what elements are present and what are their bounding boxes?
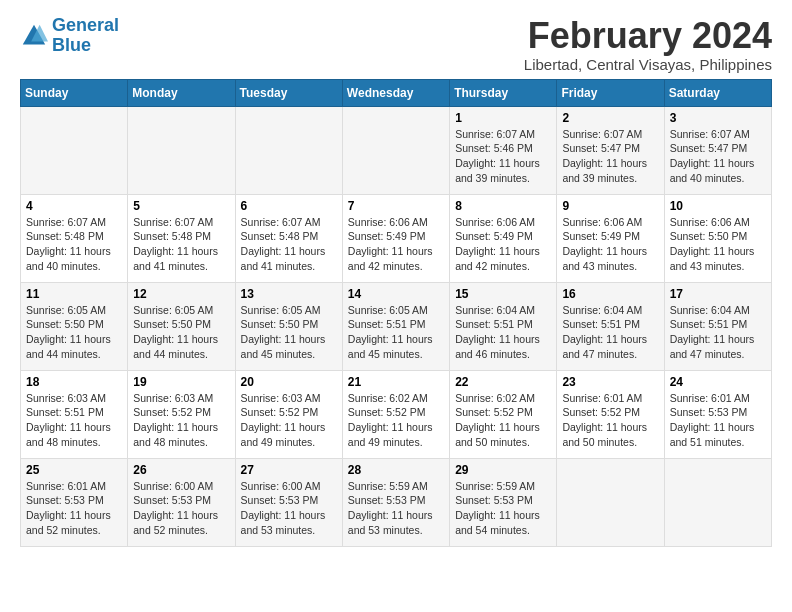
day-number: 3 bbox=[670, 111, 766, 125]
calendar-cell: 12Sunrise: 6:05 AM Sunset: 5:50 PM Dayli… bbox=[128, 282, 235, 370]
calendar-cell: 21Sunrise: 6:02 AM Sunset: 5:52 PM Dayli… bbox=[342, 370, 449, 458]
weekday-header-tuesday: Tuesday bbox=[235, 79, 342, 106]
day-number: 4 bbox=[26, 199, 122, 213]
title-area: February 2024 Libertad, Central Visayas,… bbox=[524, 16, 772, 73]
day-info: Sunrise: 6:06 AM Sunset: 5:49 PM Dayligh… bbox=[562, 215, 658, 274]
day-info: Sunrise: 6:05 AM Sunset: 5:50 PM Dayligh… bbox=[26, 303, 122, 362]
day-info: Sunrise: 6:03 AM Sunset: 5:52 PM Dayligh… bbox=[133, 391, 229, 450]
day-info: Sunrise: 6:05 AM Sunset: 5:50 PM Dayligh… bbox=[241, 303, 337, 362]
calendar-cell: 24Sunrise: 6:01 AM Sunset: 5:53 PM Dayli… bbox=[664, 370, 771, 458]
day-number: 19 bbox=[133, 375, 229, 389]
calendar-cell: 18Sunrise: 6:03 AM Sunset: 5:51 PM Dayli… bbox=[21, 370, 128, 458]
day-info: Sunrise: 6:05 AM Sunset: 5:51 PM Dayligh… bbox=[348, 303, 444, 362]
day-info: Sunrise: 6:00 AM Sunset: 5:53 PM Dayligh… bbox=[241, 479, 337, 538]
calendar-week-row: 18Sunrise: 6:03 AM Sunset: 5:51 PM Dayli… bbox=[21, 370, 772, 458]
calendar-cell bbox=[664, 458, 771, 546]
weekday-header-sunday: Sunday bbox=[21, 79, 128, 106]
calendar-cell: 5Sunrise: 6:07 AM Sunset: 5:48 PM Daylig… bbox=[128, 194, 235, 282]
day-info: Sunrise: 6:02 AM Sunset: 5:52 PM Dayligh… bbox=[348, 391, 444, 450]
day-info: Sunrise: 6:03 AM Sunset: 5:52 PM Dayligh… bbox=[241, 391, 337, 450]
day-info: Sunrise: 6:07 AM Sunset: 5:47 PM Dayligh… bbox=[562, 127, 658, 186]
calendar-table: SundayMondayTuesdayWednesdayThursdayFrid… bbox=[20, 79, 772, 547]
day-info: Sunrise: 6:02 AM Sunset: 5:52 PM Dayligh… bbox=[455, 391, 551, 450]
calendar-cell bbox=[342, 106, 449, 194]
day-number: 13 bbox=[241, 287, 337, 301]
calendar-cell: 27Sunrise: 6:00 AM Sunset: 5:53 PM Dayli… bbox=[235, 458, 342, 546]
day-info: Sunrise: 6:06 AM Sunset: 5:49 PM Dayligh… bbox=[455, 215, 551, 274]
day-number: 26 bbox=[133, 463, 229, 477]
calendar-week-row: 4Sunrise: 6:07 AM Sunset: 5:48 PM Daylig… bbox=[21, 194, 772, 282]
calendar-cell: 13Sunrise: 6:05 AM Sunset: 5:50 PM Dayli… bbox=[235, 282, 342, 370]
day-number: 23 bbox=[562, 375, 658, 389]
day-number: 20 bbox=[241, 375, 337, 389]
weekday-header-row: SundayMondayTuesdayWednesdayThursdayFrid… bbox=[21, 79, 772, 106]
calendar-cell: 6Sunrise: 6:07 AM Sunset: 5:48 PM Daylig… bbox=[235, 194, 342, 282]
logo-line1: General bbox=[52, 15, 119, 35]
day-number: 8 bbox=[455, 199, 551, 213]
day-number: 10 bbox=[670, 199, 766, 213]
day-number: 5 bbox=[133, 199, 229, 213]
day-info: Sunrise: 6:07 AM Sunset: 5:48 PM Dayligh… bbox=[133, 215, 229, 274]
day-number: 1 bbox=[455, 111, 551, 125]
day-info: Sunrise: 6:04 AM Sunset: 5:51 PM Dayligh… bbox=[670, 303, 766, 362]
calendar-cell: 8Sunrise: 6:06 AM Sunset: 5:49 PM Daylig… bbox=[450, 194, 557, 282]
day-number: 25 bbox=[26, 463, 122, 477]
day-number: 2 bbox=[562, 111, 658, 125]
weekday-header-wednesday: Wednesday bbox=[342, 79, 449, 106]
calendar-cell: 7Sunrise: 6:06 AM Sunset: 5:49 PM Daylig… bbox=[342, 194, 449, 282]
day-info: Sunrise: 6:04 AM Sunset: 5:51 PM Dayligh… bbox=[455, 303, 551, 362]
calendar-cell: 4Sunrise: 6:07 AM Sunset: 5:48 PM Daylig… bbox=[21, 194, 128, 282]
month-title: February 2024 bbox=[524, 16, 772, 56]
calendar-week-row: 1Sunrise: 6:07 AM Sunset: 5:46 PM Daylig… bbox=[21, 106, 772, 194]
day-info: Sunrise: 6:07 AM Sunset: 5:47 PM Dayligh… bbox=[670, 127, 766, 186]
day-info: Sunrise: 6:01 AM Sunset: 5:53 PM Dayligh… bbox=[670, 391, 766, 450]
day-number: 21 bbox=[348, 375, 444, 389]
day-number: 24 bbox=[670, 375, 766, 389]
day-number: 27 bbox=[241, 463, 337, 477]
day-info: Sunrise: 6:06 AM Sunset: 5:49 PM Dayligh… bbox=[348, 215, 444, 274]
day-info: Sunrise: 6:03 AM Sunset: 5:51 PM Dayligh… bbox=[26, 391, 122, 450]
location-subtitle: Libertad, Central Visayas, Philippines bbox=[524, 56, 772, 73]
calendar-cell: 10Sunrise: 6:06 AM Sunset: 5:50 PM Dayli… bbox=[664, 194, 771, 282]
calendar-week-row: 25Sunrise: 6:01 AM Sunset: 5:53 PM Dayli… bbox=[21, 458, 772, 546]
logo-text: General Blue bbox=[52, 16, 119, 56]
day-number: 18 bbox=[26, 375, 122, 389]
calendar-cell: 26Sunrise: 6:00 AM Sunset: 5:53 PM Dayli… bbox=[128, 458, 235, 546]
weekday-header-monday: Monday bbox=[128, 79, 235, 106]
calendar-cell: 17Sunrise: 6:04 AM Sunset: 5:51 PM Dayli… bbox=[664, 282, 771, 370]
day-info: Sunrise: 6:01 AM Sunset: 5:52 PM Dayligh… bbox=[562, 391, 658, 450]
header: General Blue February 2024 Libertad, Cen… bbox=[20, 16, 772, 73]
calendar-cell: 25Sunrise: 6:01 AM Sunset: 5:53 PM Dayli… bbox=[21, 458, 128, 546]
calendar-cell: 15Sunrise: 6:04 AM Sunset: 5:51 PM Dayli… bbox=[450, 282, 557, 370]
day-info: Sunrise: 6:07 AM Sunset: 5:48 PM Dayligh… bbox=[241, 215, 337, 274]
day-number: 16 bbox=[562, 287, 658, 301]
weekday-header-saturday: Saturday bbox=[664, 79, 771, 106]
calendar-cell: 14Sunrise: 6:05 AM Sunset: 5:51 PM Dayli… bbox=[342, 282, 449, 370]
day-info: Sunrise: 5:59 AM Sunset: 5:53 PM Dayligh… bbox=[455, 479, 551, 538]
calendar-cell bbox=[235, 106, 342, 194]
day-number: 6 bbox=[241, 199, 337, 213]
calendar-cell bbox=[557, 458, 664, 546]
day-number: 14 bbox=[348, 287, 444, 301]
day-info: Sunrise: 6:06 AM Sunset: 5:50 PM Dayligh… bbox=[670, 215, 766, 274]
logo: General Blue bbox=[20, 16, 119, 56]
day-number: 22 bbox=[455, 375, 551, 389]
calendar-cell: 16Sunrise: 6:04 AM Sunset: 5:51 PM Dayli… bbox=[557, 282, 664, 370]
calendar-week-row: 11Sunrise: 6:05 AM Sunset: 5:50 PM Dayli… bbox=[21, 282, 772, 370]
calendar-cell: 2Sunrise: 6:07 AM Sunset: 5:47 PM Daylig… bbox=[557, 106, 664, 194]
weekday-header-friday: Friday bbox=[557, 79, 664, 106]
day-number: 12 bbox=[133, 287, 229, 301]
calendar-cell: 29Sunrise: 5:59 AM Sunset: 5:53 PM Dayli… bbox=[450, 458, 557, 546]
day-info: Sunrise: 5:59 AM Sunset: 5:53 PM Dayligh… bbox=[348, 479, 444, 538]
weekday-header-thursday: Thursday bbox=[450, 79, 557, 106]
day-number: 15 bbox=[455, 287, 551, 301]
calendar-cell: 9Sunrise: 6:06 AM Sunset: 5:49 PM Daylig… bbox=[557, 194, 664, 282]
day-number: 7 bbox=[348, 199, 444, 213]
calendar-cell bbox=[128, 106, 235, 194]
calendar-cell: 28Sunrise: 5:59 AM Sunset: 5:53 PM Dayli… bbox=[342, 458, 449, 546]
calendar-cell: 19Sunrise: 6:03 AM Sunset: 5:52 PM Dayli… bbox=[128, 370, 235, 458]
calendar-cell: 20Sunrise: 6:03 AM Sunset: 5:52 PM Dayli… bbox=[235, 370, 342, 458]
day-info: Sunrise: 6:04 AM Sunset: 5:51 PM Dayligh… bbox=[562, 303, 658, 362]
logo-icon bbox=[20, 22, 48, 50]
logo-line2: Blue bbox=[52, 36, 119, 56]
